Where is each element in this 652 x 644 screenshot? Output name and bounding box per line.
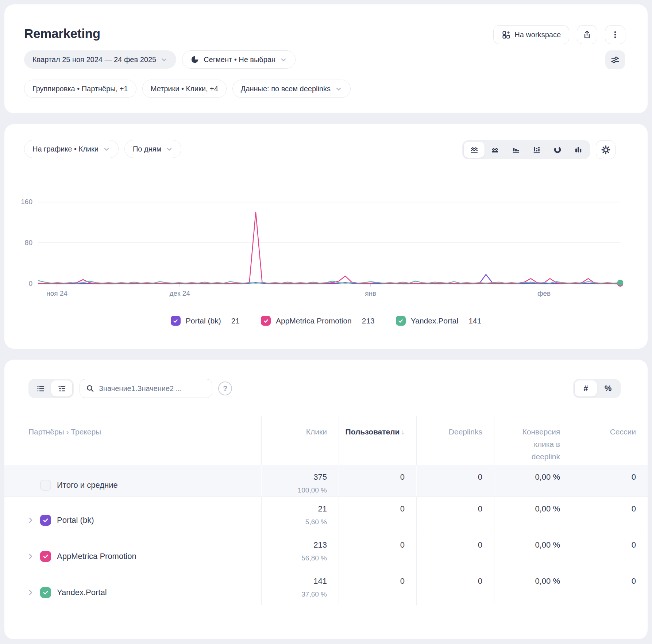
absolute-values-button[interactable]: # bbox=[575, 380, 597, 396]
metrics-chip[interactable]: Метрики • Клики, +4 bbox=[142, 80, 227, 98]
chart-svg bbox=[38, 202, 620, 284]
totals-checkbox[interactable] bbox=[40, 480, 51, 491]
clicks-percent: 100,00 % bbox=[262, 486, 327, 494]
chart-type-stacked-bar-button[interactable] bbox=[526, 142, 547, 158]
table-row-yandex-portal: Yandex.Portal 14137,60 % 0 0 0,00 % 0 bbox=[4, 569, 648, 605]
line-chart-icon bbox=[470, 145, 479, 154]
line-chart: 160 80 0 ноя 24дек 24янвфев bbox=[38, 202, 620, 284]
column-header-deeplinks[interactable]: Deeplinks bbox=[416, 416, 494, 465]
y-axis-tick: 80 bbox=[25, 239, 32, 247]
table-row-portal: Portal (bk) 215,60 % 0 0 0,00 % 0 bbox=[4, 497, 648, 533]
grouping-chip[interactable]: Группировка • Партнёры, +1 bbox=[24, 80, 136, 98]
deeplinks-value: 0 bbox=[416, 465, 494, 497]
row-checkbox-appmetrica[interactable] bbox=[40, 551, 51, 562]
conversion-value: 0,00 % bbox=[494, 533, 572, 569]
kebab-menu-icon bbox=[611, 30, 620, 39]
sessions-value: 0 bbox=[572, 465, 648, 497]
chart-legend: Portal (bk) 21 AppMetrica Promotion 213 … bbox=[4, 316, 648, 326]
workspace-button[interactable]: На workspace bbox=[493, 25, 569, 44]
clicks-value: 213 bbox=[262, 540, 327, 550]
sessions-value: 0 bbox=[572, 569, 648, 605]
chart-granularity-chip[interactable]: По дням bbox=[124, 140, 181, 158]
deeplinks-value: 0 bbox=[416, 569, 494, 605]
sessions-value: 0 bbox=[572, 497, 648, 533]
sessions-value: 0 bbox=[572, 533, 648, 569]
column-header-conversion[interactable]: Конверсия клика в deeplink bbox=[494, 416, 572, 465]
chart-type-pie-button[interactable] bbox=[547, 142, 568, 158]
row-name[interactable]: Yandex.Portal bbox=[57, 588, 107, 597]
expand-row-icon[interactable] bbox=[26, 588, 40, 597]
legend-checkbox-appmetrica[interactable] bbox=[261, 316, 271, 326]
report-table: Партнёры › Трекеры Клики Пользователи↓ D… bbox=[4, 416, 648, 634]
search-input[interactable] bbox=[99, 384, 206, 393]
period-label: Квартал 25 ноя 2024 — 24 фев 2025 bbox=[32, 55, 156, 64]
share-icon bbox=[582, 30, 592, 39]
percent-values-button[interactable]: % bbox=[597, 380, 619, 396]
table-row-totals: Итого и средние 375100,00 % 0 0 0,00 % 0 bbox=[4, 465, 648, 497]
add-to-workspace-icon bbox=[502, 30, 510, 39]
period-chip[interactable]: Квартал 25 ноя 2024 — 24 фев 2025 bbox=[24, 50, 176, 69]
column-header-clicks[interactable]: Клики bbox=[261, 416, 339, 465]
share-button[interactable] bbox=[577, 25, 597, 44]
segment-pie-icon bbox=[190, 55, 199, 64]
help-button[interactable]: ? bbox=[218, 382, 232, 395]
chevron-down-icon bbox=[280, 56, 287, 64]
number-format-switcher: # % bbox=[573, 379, 621, 398]
row-name[interactable]: Portal (bk) bbox=[57, 515, 94, 525]
more-menu-button[interactable] bbox=[605, 25, 625, 44]
chevron-down-icon bbox=[103, 146, 110, 153]
deeplinks-value: 0 bbox=[416, 497, 494, 533]
search-icon bbox=[86, 384, 94, 393]
row-checkbox-portal[interactable] bbox=[40, 515, 51, 526]
table-footer-spacer bbox=[4, 605, 648, 634]
row-name[interactable]: AppMetrica Promotion bbox=[57, 552, 136, 561]
bar-chart-icon bbox=[512, 145, 520, 154]
stacked-bar-chart-icon bbox=[532, 145, 541, 154]
x-tick-label: янв bbox=[365, 290, 376, 298]
row-checkbox-yandex-portal[interactable] bbox=[40, 587, 51, 598]
expand-row-icon[interactable] bbox=[26, 552, 40, 561]
clicks-value: 375 bbox=[262, 472, 327, 482]
conversion-value: 0,00 % bbox=[494, 465, 572, 497]
chart-type-column-button[interactable] bbox=[568, 142, 589, 158]
flat-list-icon bbox=[36, 384, 45, 393]
expand-row-icon[interactable] bbox=[26, 516, 40, 525]
tree-list-icon bbox=[57, 384, 66, 393]
users-value: 0 bbox=[339, 497, 416, 533]
chart-metric-label: На графике • Клики bbox=[32, 145, 99, 153]
clicks-percent: 56,80 % bbox=[262, 554, 327, 562]
column-header-partners-trackers[interactable]: Партнёры › Трекеры bbox=[4, 416, 261, 465]
workspace-button-label: На workspace bbox=[514, 31, 561, 39]
data-scope-chip[interactable]: Данные: по всем deeplinks bbox=[232, 80, 351, 98]
deeplinks-value: 0 bbox=[416, 533, 494, 569]
column-header-sessions[interactable]: Сессии bbox=[572, 416, 648, 465]
segment-chip[interactable]: Сегмент • Не выбран bbox=[182, 50, 296, 69]
chart-metric-chip[interactable]: На графике • Клики bbox=[24, 140, 119, 158]
flat-list-view-button[interactable] bbox=[30, 380, 51, 396]
chart-settings-button[interactable] bbox=[596, 140, 616, 159]
chart-type-line-button[interactable] bbox=[464, 142, 485, 158]
header-actions: На workspace bbox=[493, 25, 625, 44]
filter-settings-button[interactable] bbox=[605, 50, 625, 69]
sort-desc-icon: ↓ bbox=[401, 428, 405, 436]
chart-type-bar-button[interactable] bbox=[505, 142, 526, 158]
legend-checkbox-yandex-portal[interactable] bbox=[396, 316, 406, 326]
pie-chart-icon bbox=[553, 145, 562, 154]
legend-label: Yandex.Portal bbox=[411, 317, 458, 325]
percent-icon: % bbox=[605, 384, 612, 393]
legend-value: 141 bbox=[468, 317, 481, 325]
column-header-users[interactable]: Пользователи↓ bbox=[339, 416, 416, 465]
filter-row-2: Группировка • Партнёры, +1 Метрики • Кли… bbox=[24, 80, 351, 98]
legend-item-appmetrica-promotion[interactable]: AppMetrica Promotion 213 bbox=[261, 316, 375, 326]
clicks-value: 21 bbox=[262, 504, 327, 514]
chevron-down-icon bbox=[161, 56, 168, 64]
conversion-value: 0,00 % bbox=[494, 569, 572, 605]
legend-item-portal[interactable]: Portal (bk) 21 bbox=[171, 316, 240, 326]
tree-list-view-button[interactable] bbox=[51, 380, 72, 396]
legend-checkbox-portal[interactable] bbox=[171, 316, 181, 326]
legend-item-yandex-portal[interactable]: Yandex.Portal 141 bbox=[396, 316, 481, 326]
column-chart-icon bbox=[574, 145, 583, 154]
chart-type-area-button[interactable] bbox=[485, 142, 505, 158]
chevron-down-icon bbox=[166, 146, 173, 153]
x-axis-labels: ноя 24дек 24янвфев bbox=[38, 290, 620, 299]
